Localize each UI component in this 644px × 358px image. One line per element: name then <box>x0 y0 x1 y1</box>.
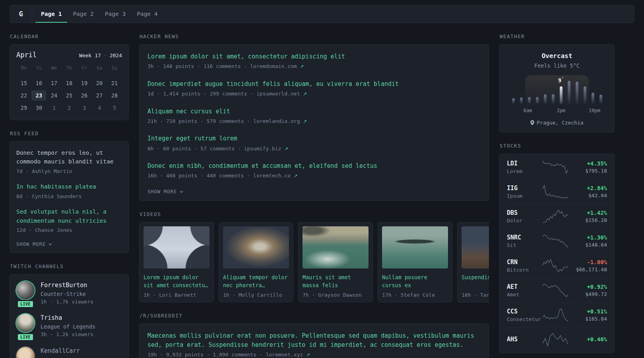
twitch-channel-name[interactable]: KendallCarr <box>41 347 80 356</box>
calendar-dayname: Su <box>107 65 122 72</box>
logo[interactable]: G <box>10 5 32 23</box>
video-title[interactable]: Suspendisse diam <box>462 273 489 289</box>
stock-name: Ipsum <box>507 193 542 199</box>
video-card[interactable]: Aliquam tempor dolor nec pharetra… 1h · … <box>219 222 293 302</box>
twitch-channel-game: League of Legends <box>41 323 95 331</box>
video-title[interactable]: Mauris sit amet massa felis <box>303 273 369 289</box>
chevron-down-icon <box>180 191 183 193</box>
stock-symbol: DBS <box>507 209 542 216</box>
weather-bar <box>512 98 515 104</box>
hackernews-item: Donec enim nibh, condimentum et accumsan… <box>147 161 481 180</box>
stock-sparkline <box>542 283 569 298</box>
weather-widget: Overcast Feels like 5°C 9° 6am2pm10pm Pr… <box>499 44 615 132</box>
page-tab[interactable]: Page 4 <box>131 5 163 23</box>
video-title[interactable]: Nullam posuere cursus ex <box>382 273 448 289</box>
calendar-day: 30 <box>31 103 47 113</box>
external-link-icon: ↗ <box>284 146 288 152</box>
stock-change: +4.35% <box>569 160 607 167</box>
calendar-dayname: Mo <box>16 65 31 72</box>
rss-item-title[interactable]: In hac habitasse platea <box>16 182 122 191</box>
stock-row[interactable]: CRN Bitcorn -1.00% $66,171.48 <box>500 253 614 278</box>
rss-item-title[interactable]: Donec tempor eros leo, ut commodo mauris… <box>16 148 122 166</box>
calendar-day: 23 <box>31 90 47 101</box>
hackernews-item: Lorem ipsum dolor sit amet, consectetur … <box>147 52 481 70</box>
weather-bar <box>536 97 539 104</box>
weather-bar <box>576 82 578 104</box>
stock-sparkline <box>542 307 569 323</box>
page-tabs: Page 1 Page 2 Page 3 Page 4 <box>35 5 163 23</box>
calendar-day: 15 <box>16 78 31 88</box>
video-thumbnail <box>303 226 369 268</box>
stock-row[interactable]: DBS Dolor +1.42% $156.28 <box>500 204 614 229</box>
weather-bar <box>592 93 594 104</box>
hackernews-item-title[interactable]: Aliquam nec cursus elit <box>147 107 481 116</box>
stock-row[interactable]: CCS Consectetur +0.51% $165.84 <box>500 303 614 327</box>
twitch-section-header: TWITCH CHANNELS <box>10 263 129 269</box>
videos-widget: Lorem ipsum dolor sit amet consectetu… 1… <box>139 222 489 302</box>
weather-chart: 9° <box>509 81 605 104</box>
twitch-channel-row[interactable]: LIVE Trisha League of Legends 3h · 1.2k … <box>16 314 122 339</box>
stock-sparkline <box>542 233 569 249</box>
calendar-section-header: CALENDAR <box>10 33 129 39</box>
video-meta: 17h · Stefan Cole <box>382 292 448 298</box>
hackernews-section-header: HACKER NEWS <box>140 33 489 39</box>
subreddit-post-title[interactable]: Maecenas mollis pulvinar erat non posuer… <box>147 331 481 350</box>
rss-item: Sed volutpat nulla nisl, a condimentum n… <box>16 207 122 234</box>
rss-item-meta: 12d · Chance Jones <box>16 226 122 234</box>
twitch-channel-meta: 1h · 1.7k viewers <box>41 298 93 306</box>
stock-sparkline <box>542 160 569 175</box>
calendar-day: 19 <box>77 78 92 88</box>
hackernews-show-more-button[interactable]: SHOW MORE <box>147 189 183 195</box>
calendar-day: 27 <box>92 90 107 101</box>
twitch-channel-name[interactable]: Trisha <box>41 314 95 323</box>
weather-location-row: Prague, Czechia <box>507 120 607 126</box>
page-tab[interactable]: Page 3 <box>99 5 131 23</box>
stock-row[interactable]: LDI Lorem +4.35% $795.18 <box>500 155 614 179</box>
twitch-channel-name[interactable]: ForrestBurton <box>41 281 93 290</box>
video-card[interactable]: Lorem ipsum dolor sit amet consectetu… 1… <box>139 222 214 302</box>
video-card[interactable]: Mauris sit amet massa felis 7h · Grayson… <box>298 222 373 302</box>
stock-name: Sit <box>507 242 542 248</box>
rss-item-title[interactable]: Sed volutpat nulla nisl, a condimentum n… <box>16 207 122 225</box>
right-column: WEATHER Overcast Feels like 5°C 9° 6am2p… <box>499 23 615 353</box>
stock-row[interactable]: AHS +0.46% <box>500 327 614 352</box>
stock-row[interactable]: AET Amet +0.92% $499.72 <box>500 278 614 303</box>
weather-location: Prague, Czechia <box>537 120 583 126</box>
weather-condition: Overcast <box>507 52 607 60</box>
stock-sparkline <box>542 209 569 224</box>
stock-name: Bitcorn <box>507 267 542 273</box>
video-meta: 1h · Molly Carrillo <box>223 292 289 298</box>
video-title[interactable]: Aliquam tempor dolor nec pharetra… <box>223 273 289 289</box>
calendar-day: 2 <box>62 103 77 113</box>
video-meta: 18h · Tara <box>462 292 489 298</box>
stock-row[interactable]: SNRC Sit +1.36% $148.64 <box>500 229 614 253</box>
video-card[interactable]: Suspendisse diam 18h · Tara <box>457 222 489 302</box>
hackernews-item-title[interactable]: Donec enim nibh, condimentum et accumsan… <box>147 161 481 171</box>
calendar-dayname: Th <box>62 65 77 72</box>
weather-current-temp: 9° <box>558 76 564 84</box>
calendar-day: 25 <box>62 90 77 101</box>
subreddit-post: Maecenas mollis pulvinar erat non posuer… <box>147 331 481 358</box>
stock-sparkline <box>542 184 569 199</box>
twitch-channel-row[interactable]: LIVE KendallCarr <box>16 347 122 358</box>
rss-show-more-button[interactable]: SHOW MORE <box>16 241 52 247</box>
page-tab[interactable]: Page 1 <box>35 5 67 23</box>
page-tab[interactable]: Page 2 <box>67 5 99 23</box>
hackernews-item-title[interactable]: Lorem ipsum dolor sit amet, consectetur … <box>147 52 481 61</box>
twitch-channel-row[interactable]: LIVE ForrestBurton Counter-Strike 1h · 1… <box>16 281 122 306</box>
calendar-day: 22 <box>16 90 31 101</box>
external-link-icon: ↗ <box>300 64 304 69</box>
stock-change: +2.84% <box>569 185 607 191</box>
video-card[interactable]: Nullam posuere cursus ex 17h · Stefan Co… <box>378 222 452 302</box>
stock-row[interactable]: IIG Ipsum +2.84% $42.04 <box>500 179 614 204</box>
hackernews-item-title[interactable]: Integer eget rutrum lorem <box>147 134 481 143</box>
weather-bar <box>528 97 531 104</box>
video-thumbnail <box>462 226 489 268</box>
hackernews-item-title[interactable]: Donec imperdiet augue tincidunt felis al… <box>147 80 481 89</box>
stock-change: +0.92% <box>569 284 607 290</box>
calendar-days: 1516171819202122232425262728293012345 <box>16 78 122 113</box>
video-title[interactable]: Lorem ipsum dolor sit amet consectetu… <box>144 273 209 289</box>
stock-change: +1.36% <box>569 234 607 241</box>
video-thumbnail <box>382 226 448 268</box>
live-badge: LIVE <box>17 300 34 308</box>
